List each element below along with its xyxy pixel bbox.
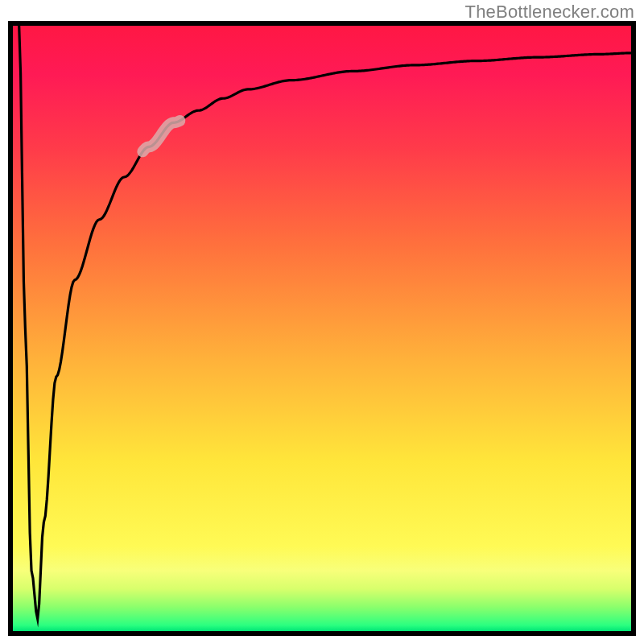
plot-area <box>8 21 636 636</box>
curve-canvas <box>13 26 631 631</box>
attribution-label: TheBottlenecker.com <box>465 2 634 23</box>
chart-wrapper: TheBottlenecker.com <box>0 0 644 644</box>
